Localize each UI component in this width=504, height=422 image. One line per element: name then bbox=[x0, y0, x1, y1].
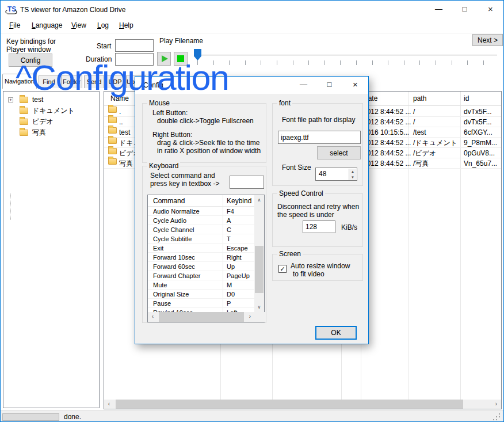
keybind-input[interactable] bbox=[230, 176, 264, 189]
keybind-row[interactable]: Original SizeD0 bbox=[148, 290, 255, 299]
slider-ticks bbox=[197, 60, 497, 65]
tab-find[interactable]: Find bbox=[39, 75, 59, 88]
close-icon[interactable]: × bbox=[478, 1, 503, 19]
tab-folder[interactable]: Folder bbox=[61, 75, 82, 88]
scroll-right-icon[interactable]: › bbox=[245, 312, 255, 322]
tab-send[interactable]: Send bbox=[84, 75, 104, 88]
scroll-up-icon[interactable]: ∧ bbox=[254, 195, 264, 205]
cell-date: 2012 8:44:52 ... bbox=[363, 107, 411, 117]
dialog-maximize-icon[interactable]: □ bbox=[316, 77, 342, 94]
status-text: done. bbox=[64, 413, 81, 421]
cell-name: . bbox=[119, 107, 121, 117]
scroll-down-icon[interactable]: ∨ bbox=[254, 302, 264, 312]
duration-input[interactable] bbox=[115, 53, 154, 66]
tree-item-test[interactable]: + test bbox=[7, 94, 99, 105]
keyboard-group: Keyboard Select command and press key in… bbox=[142, 166, 266, 323]
keybind-row[interactable]: MuteM bbox=[148, 280, 255, 290]
speed-unit-label: KiB/s bbox=[341, 223, 357, 231]
keybind-row[interactable]: ExitEscape bbox=[148, 244, 255, 253]
spin-down-icon[interactable]: ▼ bbox=[349, 174, 356, 180]
ok-button[interactable]: OK bbox=[315, 326, 357, 340]
config-button[interactable]: Config bbox=[9, 54, 52, 67]
scroll-left-icon[interactable]: ‹ bbox=[148, 312, 158, 322]
keybind-row[interactable]: Rewind 10secLeft bbox=[148, 308, 255, 312]
cell-path: /写真 bbox=[413, 158, 429, 169]
keybind-row[interactable]: Cycle SubtitleT bbox=[148, 234, 255, 244]
keybind-row[interactable]: Forward 60secUp bbox=[148, 262, 255, 271]
folder-icon bbox=[20, 108, 28, 114]
folder-icon bbox=[20, 97, 28, 103]
cell-id: Vn_65u7... bbox=[464, 158, 497, 169]
window-title: TS viewer for Amazon Cloud Drive bbox=[20, 6, 125, 14]
folder-icon bbox=[20, 130, 28, 136]
menu-file[interactable]: File bbox=[9, 21, 20, 29]
cell-path: /ビデオ bbox=[413, 148, 436, 158]
keybind-row[interactable]: Forward ChapterPageUp bbox=[148, 271, 255, 280]
folder-icon bbox=[108, 107, 117, 113]
mouse-right-label: Right Button: bbox=[152, 131, 192, 139]
column-header-keybind[interactable]: Keybind bbox=[227, 195, 251, 207]
seek-slider-thumb[interactable] bbox=[194, 49, 201, 60]
tree-item-photos[interactable]: 写真 bbox=[7, 127, 99, 138]
start-input[interactable] bbox=[115, 39, 154, 52]
dialog-minimize-icon[interactable]: — bbox=[291, 77, 316, 94]
keybind-vscrollbar[interactable]: ∧ ∨ bbox=[254, 195, 264, 312]
mouse-group-label: Mouse bbox=[147, 99, 171, 107]
tree-item-label: ドキュメント bbox=[32, 105, 75, 116]
keybind-row[interactable]: Cycle AudioA bbox=[148, 216, 255, 225]
font-size-label: Font Size bbox=[282, 164, 311, 172]
tab-navigation[interactable]: Navigation bbox=[2, 74, 37, 89]
auto-resize-checkbox[interactable]: ✓ bbox=[278, 265, 287, 273]
speed-input[interactable] bbox=[303, 220, 335, 233]
menu-view[interactable]: View bbox=[71, 21, 86, 29]
keybind-row[interactable]: Cycle ChannelC bbox=[148, 225, 255, 234]
tree-item-documents[interactable]: ドキュメント bbox=[7, 105, 99, 116]
scroll-left-icon[interactable]: ‹ bbox=[104, 400, 114, 409]
app-window: TS TS viewer for Amazon Cloud Drive — □ … bbox=[0, 0, 504, 422]
cell-path: /test bbox=[413, 127, 426, 138]
font-select-button[interactable]: select bbox=[317, 146, 361, 159]
cell-date: 2012 8:44:52 ... bbox=[363, 117, 411, 127]
speed-text2: the speed is under bbox=[277, 211, 334, 219]
column-header-path[interactable]: path bbox=[413, 94, 426, 102]
folder-icon bbox=[108, 138, 117, 144]
font-size-spinner[interactable]: 48 ▲ ▼ bbox=[315, 168, 357, 181]
menu-log[interactable]: Log bbox=[97, 21, 109, 29]
tab-udp[interactable]: UDP bbox=[106, 75, 124, 88]
maximize-icon[interactable]: □ bbox=[452, 1, 478, 19]
tree-item-video[interactable]: ビデオ bbox=[7, 116, 99, 127]
mouse-left-label: Left Button: bbox=[152, 109, 188, 117]
progress-bar bbox=[2, 413, 59, 421]
keybind-hscrollbar[interactable]: ‹ › bbox=[148, 312, 255, 322]
seek-slider-track[interactable] bbox=[194, 55, 497, 56]
keybind-row[interactable]: PauseP bbox=[148, 299, 255, 308]
svg-text:TS: TS bbox=[7, 5, 16, 13]
list-hscrollbar[interactable]: ‹ › bbox=[104, 400, 501, 409]
cell-date: 2016 10:15:5... bbox=[363, 127, 409, 138]
folder-icon bbox=[108, 148, 117, 154]
menu-language[interactable]: Language bbox=[32, 21, 62, 29]
menu-help[interactable]: Help bbox=[119, 21, 133, 29]
resize-grip[interactable] bbox=[499, 419, 500, 420]
hscroll-thumb[interactable] bbox=[159, 312, 244, 322]
scroll-right-icon[interactable]: › bbox=[491, 400, 501, 409]
tree-expand-icon[interactable]: + bbox=[8, 97, 13, 102]
vscroll-thumb[interactable] bbox=[255, 246, 264, 293]
font-path-input[interactable] bbox=[278, 131, 361, 144]
font-size-value: 48 bbox=[319, 170, 326, 178]
column-header-name[interactable]: Name bbox=[110, 94, 129, 102]
stop-button[interactable] bbox=[174, 52, 188, 66]
hscroll-thumb[interactable] bbox=[116, 400, 463, 409]
keybind-row[interactable]: Audio NormalizeF4 bbox=[148, 207, 255, 216]
tree-item-label: test bbox=[32, 94, 43, 105]
keybind-row[interactable]: Forward 10secRight bbox=[148, 253, 255, 262]
next-button[interactable]: Next > bbox=[472, 34, 503, 46]
column-header-command[interactable]: Command bbox=[153, 195, 185, 207]
play-button[interactable] bbox=[157, 52, 171, 66]
minimize-icon[interactable]: — bbox=[426, 1, 452, 19]
spin-up-icon[interactable]: ▲ bbox=[349, 169, 356, 174]
column-header-id[interactable]: id bbox=[464, 94, 469, 102]
dialog-title-bar: Config — □ × bbox=[135, 77, 368, 94]
dialog-close-icon[interactable]: × bbox=[342, 77, 368, 94]
cell-date: 2012 8:44:52 ... bbox=[363, 138, 411, 148]
